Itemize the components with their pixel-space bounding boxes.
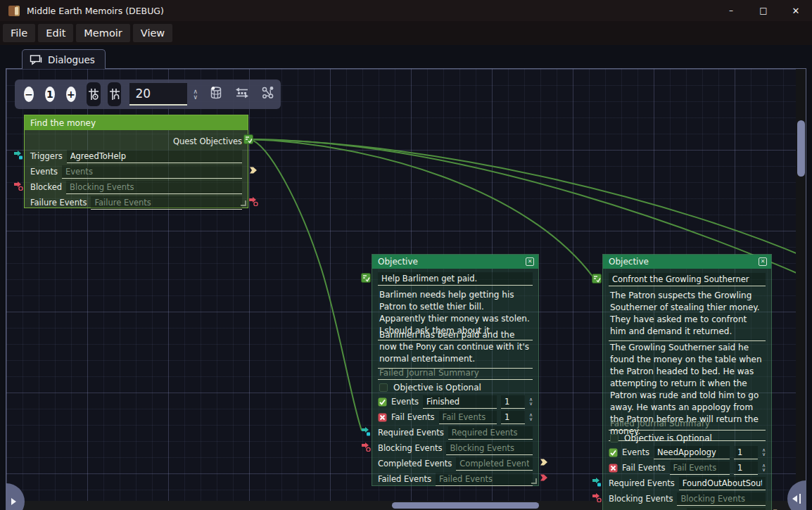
required-events-input-pin[interactable] [361,426,371,436]
spinner-down-icon[interactable]: ∨ [193,94,198,100]
database-icon [209,86,223,100]
grid-size-spinner[interactable]: ∧ ∨ [193,89,198,100]
objective1-completed-text[interactable]: Barlimen has been paid and the now the P… [378,328,533,369]
vertical-scrollbar[interactable] [796,69,806,502]
close-button[interactable]: ✕ [780,0,812,21]
tab-dialogues[interactable]: Dialogues [22,49,106,69]
graph-canvas[interactable]: − 1 + ∧ ∨ [6,68,806,510]
fail-events-input[interactable] [670,461,730,475]
fail-events-input[interactable] [439,411,497,424]
objective2-failed-summary[interactable]: Failed Journal Summary [609,416,766,431]
fail-events-count-spinner[interactable]: ∧∨ [762,464,766,472]
required-events-input-pin[interactable] [592,477,602,487]
zoom-in-button[interactable]: + [66,87,76,102]
menu-file[interactable]: File [3,24,35,42]
left-panel-expander[interactable] [6,483,25,510]
events-input[interactable] [62,165,242,179]
completed-events-input[interactable] [687,508,766,510]
vertical-scroll-thumb[interactable] [797,120,805,177]
close-node-icon[interactable]: ✕ [526,257,534,266]
maximize-button[interactable]: □ [747,0,780,21]
app-window: Middle Earth Memoirs (DEBUG) – □ ✕ File … [0,0,812,510]
app-book-icon [8,6,20,16]
required-events-input[interactable] [448,426,533,440]
fail-events-x-icon[interactable] [378,413,387,422]
events-check-icon[interactable] [378,397,387,407]
expander-bar-icon [799,494,801,504]
events-output-pin[interactable] [248,165,258,175]
tab-strip: Dialogues [0,45,812,69]
fail-events-count-spinner[interactable]: ∧∨ [529,413,533,421]
speech-bubble-icon [30,54,42,65]
optional-checkbox[interactable] [379,383,388,392]
objective1-input-pin[interactable] [361,273,371,283]
objective2-title: Objective [609,257,649,267]
events-input[interactable] [654,446,730,459]
objective2-input-pin[interactable] [592,274,602,283]
blocking-events-input[interactable] [446,442,533,455]
objective1-name-input[interactable] [378,272,533,286]
menu-edit[interactable]: Edit [38,24,73,42]
title-bar: Middle Earth Memoirs (DEBUG) – □ ✕ [0,0,812,21]
objective-node-2[interactable]: Objective ✕ The Patron suspects the Grow… [602,254,772,510]
wire-quest-to-required [250,139,362,431]
snap-grid-toggle[interactable] [87,82,101,106]
objective1-header[interactable]: Objective ✕ [372,255,538,269]
close-node-icon[interactable]: ✕ [759,257,767,266]
required-events-input[interactable] [679,477,766,490]
events-count-spinner[interactable]: ∧∨ [762,448,766,457]
zoom-reset-button[interactable]: 1 [45,87,55,102]
menu-view[interactable]: View [133,24,172,42]
quest-node-header[interactable]: Find the money [25,115,248,130]
graph-layout-button[interactable] [261,86,275,103]
events-count-spinner[interactable]: ∧∨ [529,397,533,406]
objective2-header[interactable]: Objective ✕ [603,255,771,269]
blocked-input[interactable] [66,181,242,194]
blocking-events-input-pin[interactable] [361,442,371,452]
node-resize-handle[interactable] [531,478,537,484]
triggers-input-pin[interactable] [13,150,23,160]
quest-node[interactable]: Find the money Quest Objectives Triggers… [24,115,248,208]
window-title: Middle Earth Memoirs (DEBUG) [27,6,164,16]
objective2-journal-text[interactable]: The Patron suspects the Growling Souther… [609,288,766,341]
required-events-label: Required Events [378,428,444,438]
horizontal-scroll-thumb[interactable] [392,502,539,509]
menu-memoir[interactable]: Memoir [76,24,129,42]
events-count-input[interactable] [501,395,525,409]
completed-events-input[interactable] [456,457,533,471]
failed-events-label: Failed Events [378,474,431,484]
snap-node-toggle[interactable] [108,82,122,106]
objective1-failed-summary[interactable]: Failed Journal Summary [378,366,533,380]
blocking-events-input[interactable] [677,492,766,506]
objective2-name-input[interactable] [609,273,766,286]
reorder-button[interactable] [234,87,250,102]
completed-events-output-pin[interactable] [539,457,549,467]
failure-events-input[interactable] [91,196,242,210]
events-input[interactable] [423,395,497,409]
swap-arrows-icon [234,87,250,99]
events-check-icon[interactable] [609,448,618,457]
grid-size-input[interactable] [129,83,187,106]
triggers-input[interactable] [67,150,242,163]
objective-node-1[interactable]: Objective ✕ Barlimen needs help getting … [372,254,539,486]
optional-label: Objective is Optional [624,433,712,443]
fail-events-count-input[interactable] [734,461,758,475]
failure-events-output-pin[interactable] [248,196,258,206]
datatable-button[interactable] [209,86,223,103]
node-resize-handle[interactable] [241,200,246,206]
blocked-input-pin[interactable] [13,181,23,191]
minimize-button[interactable]: – [715,0,747,21]
fail-events-x-icon[interactable] [609,464,618,473]
zoom-out-button[interactable]: − [24,87,34,102]
right-panel-expander[interactable] [787,480,806,510]
fail-events-count-input[interactable] [501,411,525,424]
failed-events-input[interactable] [436,473,533,486]
blocking-events-input-pin[interactable] [592,492,602,502]
events-count-input[interactable] [734,446,758,459]
events-label: Events [30,167,58,177]
optional-label: Objective is Optional [393,383,481,393]
optional-checkbox[interactable] [610,434,618,442]
expand-right-icon [11,498,16,505]
failed-events-output-pin[interactable] [539,473,549,483]
quest-objectives-output-pin[interactable] [243,134,253,144]
